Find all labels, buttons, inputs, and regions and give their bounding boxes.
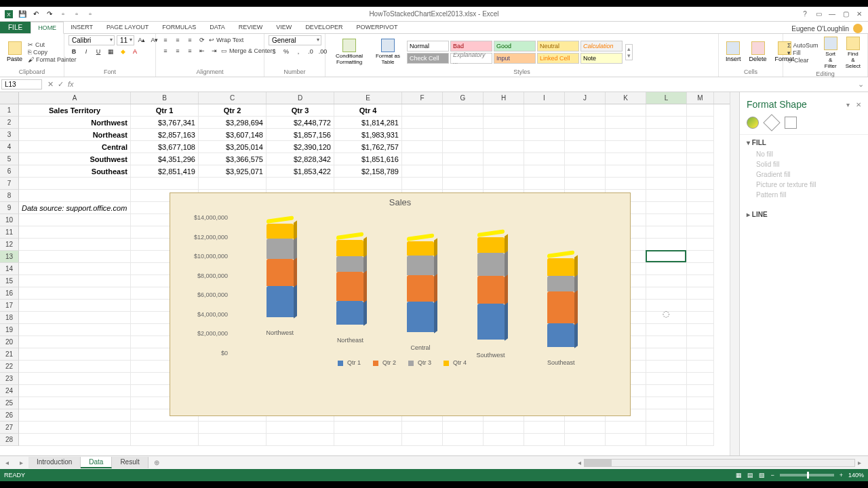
cell-A19[interactable] <box>19 324 131 336</box>
col-header-E[interactable]: E <box>334 92 402 104</box>
cell-J2[interactable] <box>565 117 606 129</box>
cell-A20[interactable] <box>19 336 131 348</box>
cell-H2[interactable] <box>484 117 524 129</box>
sort-filter-button[interactable]: Sort & Filter <box>821 35 840 70</box>
bar-segment[interactable] <box>336 240 363 256</box>
cell-I7[interactable] <box>524 178 565 190</box>
cell-J7[interactable] <box>565 178 606 190</box>
zoom-in-icon[interactable]: + <box>840 472 843 479</box>
bar-segment[interactable] <box>407 302 434 332</box>
cell-C4[interactable]: $3,205,014 <box>199 141 267 153</box>
cell-L4[interactable] <box>646 141 687 153</box>
cell-L22[interactable] <box>646 361 687 373</box>
cell-style-linked-cell[interactable]: Linked Cell <box>537 53 579 64</box>
font-color-button[interactable]: A <box>130 47 140 56</box>
file-tab[interactable]: FILE <box>0 22 31 33</box>
cell-H5[interactable] <box>484 153 524 165</box>
row-header[interactable]: 20 <box>0 336 19 348</box>
cell-D5[interactable]: $2,828,342 <box>267 153 334 165</box>
expand-formula-bar-icon[interactable]: ⌄ <box>854 80 868 89</box>
border-button[interactable]: ▦ <box>105 47 116 56</box>
cell-G6[interactable] <box>443 165 484 178</box>
cell-style-note[interactable]: Note <box>580 53 623 64</box>
row-header[interactable]: 1 <box>0 104 19 117</box>
vertical-scrollbar[interactable] <box>730 92 739 455</box>
formula-input[interactable] <box>78 79 854 90</box>
bar-group-northeast[interactable]: Northeast <box>326 240 374 344</box>
help-icon[interactable]: ? <box>799 10 811 18</box>
view-pagebreak-icon[interactable]: ▧ <box>759 472 765 479</box>
cell-M24[interactable] <box>687 385 714 397</box>
cell-D2[interactable]: $2,448,772 <box>267 117 334 129</box>
cell-G2[interactable] <box>443 117 484 129</box>
cell-L19[interactable] <box>646 324 687 336</box>
cell-M11[interactable] <box>687 226 714 239</box>
cell-F2[interactable] <box>402 117 443 129</box>
cell-G7[interactable] <box>443 178 484 190</box>
cell-style-calculation[interactable]: Calculation <box>580 41 623 52</box>
bar-segment[interactable] <box>477 253 505 276</box>
delete-cells-button[interactable]: Delete <box>747 40 770 64</box>
cell-L15[interactable] <box>646 275 687 287</box>
cell-B28[interactable] <box>131 434 199 446</box>
cell-C5[interactable]: $3,366,575 <box>199 153 267 165</box>
bar-segment[interactable] <box>547 323 574 347</box>
cell-F27[interactable] <box>402 422 443 434</box>
maximize-icon[interactable]: ▢ <box>840 10 852 18</box>
cell-H28[interactable] <box>484 434 524 446</box>
pane-close-icon[interactable]: ✕ <box>856 101 861 108</box>
cell-A22[interactable] <box>19 361 131 373</box>
line-section[interactable]: LINE <box>740 207 868 222</box>
percent-icon[interactable]: % <box>281 47 292 56</box>
cell-I2[interactable] <box>524 117 565 129</box>
cell-M4[interactable] <box>687 141 714 153</box>
cell-G27[interactable] <box>443 422 484 434</box>
cell-B5[interactable]: $4,351,296 <box>131 153 199 165</box>
italic-button[interactable]: I <box>81 47 92 56</box>
cell-E5[interactable]: $1,851,616 <box>334 153 402 165</box>
cell-L23[interactable] <box>646 373 687 385</box>
row-header[interactable]: 8 <box>0 190 19 202</box>
col-header-K[interactable]: K <box>606 92 646 104</box>
bar-segment[interactable] <box>547 276 574 291</box>
cell-J1[interactable] <box>565 104 606 117</box>
cell-C1[interactable]: Qtr 2 <box>199 104 267 117</box>
row-header[interactable]: 16 <box>0 287 19 300</box>
cell-J4[interactable] <box>565 141 606 153</box>
cell-E4[interactable]: $1,762,757 <box>334 141 402 153</box>
cell-M7[interactable] <box>687 178 714 190</box>
row-header[interactable]: 21 <box>0 348 19 361</box>
cell-L3[interactable] <box>646 129 687 141</box>
user-avatar-icon[interactable] <box>853 24 863 33</box>
cell-J5[interactable] <box>565 153 606 165</box>
cell-A2[interactable]: Northwest <box>19 117 131 129</box>
cell-A4[interactable]: Central <box>19 141 131 153</box>
fill-option[interactable]: Picture or texture fill <box>756 180 861 190</box>
cell-L25[interactable] <box>646 397 687 409</box>
tab-data[interactable]: DATA <box>203 22 232 33</box>
cell-K5[interactable] <box>606 153 646 165</box>
row-header[interactable]: 28 <box>0 434 19 446</box>
cell-A13[interactable] <box>19 251 131 263</box>
cell-B2[interactable]: $3,767,341 <box>131 117 199 129</box>
bar-group-central[interactable]: Central <box>397 241 444 351</box>
worksheet[interactable]: ABCDEFGHIJKLM 1Sales TerritoryQtr 1Qtr 2… <box>0 92 730 455</box>
cell-A6[interactable]: Southeast <box>19 165 131 178</box>
bar-segment[interactable] <box>547 291 574 324</box>
cell-M14[interactable] <box>687 263 714 275</box>
currency-icon[interactable]: $ <box>269 47 279 56</box>
cell-M17[interactable] <box>687 300 714 312</box>
fill-section[interactable]: FILL No fillSolid fillGradient fillPictu… <box>740 135 868 207</box>
cell-D3[interactable]: $1,857,156 <box>267 129 334 141</box>
cell-M22[interactable] <box>687 361 714 373</box>
cell-A15[interactable] <box>19 275 131 287</box>
cell-F28[interactable] <box>402 434 443 446</box>
effects-tab-icon[interactable] <box>763 114 780 131</box>
cell-style-good[interactable]: Good <box>494 41 536 52</box>
bar-segment[interactable] <box>477 304 505 340</box>
cell-K28[interactable] <box>606 434 646 446</box>
close-icon[interactable]: ✕ <box>853 10 865 18</box>
legend-item[interactable]: Qtr 3 <box>404 359 431 366</box>
cell-C2[interactable]: $3,298,694 <box>199 117 267 129</box>
cell-K3[interactable] <box>606 129 646 141</box>
